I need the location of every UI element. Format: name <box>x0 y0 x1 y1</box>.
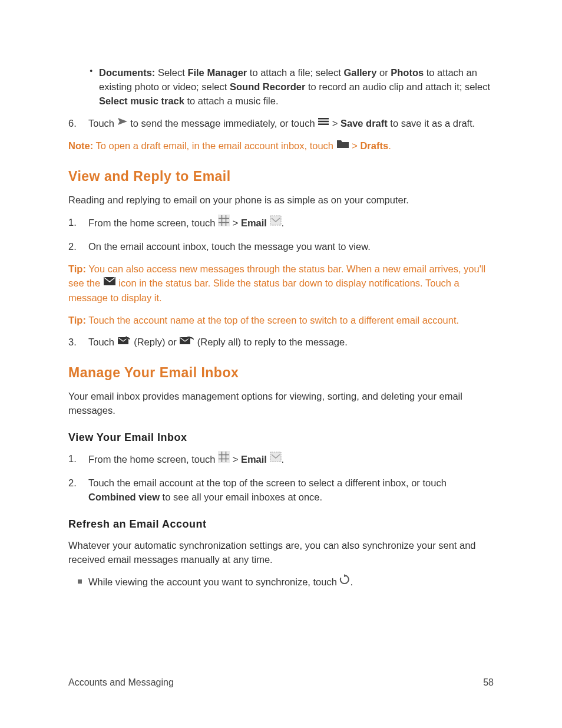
page-footer: Accounts and Messaging 58 <box>68 676 494 689</box>
vi-step-2: 2. Touch the email account at the top of… <box>88 476 494 505</box>
tip-status-bar: Tip: You can also access new messages th… <box>68 262 494 305</box>
para-refresh-account: Whatever your automatic synchronization … <box>68 539 494 567</box>
envelope-icon <box>103 276 116 290</box>
svg-rect-17 <box>270 452 281 462</box>
apps-grid-icon <box>218 451 230 467</box>
svg-rect-1 <box>318 121 329 123</box>
vr-step-2: 2. On the email account inbox, touch the… <box>88 240 494 254</box>
reply-all-icon <box>179 335 194 349</box>
folder-icon <box>336 139 349 153</box>
svg-rect-0 <box>318 118 329 120</box>
tip-account-switch: Tip: Touch the account name at the top o… <box>68 314 494 328</box>
note-draft: Note: To open a draft email, in the emai… <box>68 139 494 154</box>
email-app-icon <box>270 215 282 230</box>
footer-section: Accounts and Messaging <box>68 676 174 689</box>
heading-refresh-account: Refresh an Email Account <box>68 516 494 532</box>
svg-rect-3 <box>218 215 230 226</box>
refresh-icon <box>339 574 350 589</box>
svg-rect-8 <box>270 216 281 225</box>
heading-manage-inbox: Manage Your Email Inbox <box>68 363 494 383</box>
vi-step-1: 1. From the home screen, touch > Email . <box>88 452 494 468</box>
para-view-reply: Reading and replying to email on your ph… <box>68 193 494 207</box>
menu-icon <box>318 116 329 130</box>
heading-view-inbox: View Your Email Inbox <box>68 430 494 445</box>
bullet-documents: Documents: Select File Manager to attach… <box>99 66 494 108</box>
refresh-bullet: While viewing the account you want to sy… <box>88 575 494 590</box>
reply-icon <box>117 335 131 349</box>
svg-rect-12 <box>218 451 230 463</box>
vr-step-1: 1. From the home screen, touch > Email . <box>88 216 494 232</box>
send-icon <box>117 116 128 130</box>
step-6: 6. Touch to send the message immediately… <box>88 117 494 131</box>
vr-step-3: 3. Touch (Reply) or (Reply all) to reply… <box>88 335 494 350</box>
label: Documents: <box>99 67 155 78</box>
email-app-icon <box>270 452 282 466</box>
para-manage-inbox: Your email inbox provides management opt… <box>68 390 494 418</box>
apps-grid-icon <box>218 215 230 230</box>
heading-view-reply: View and Reply to Email <box>68 167 494 186</box>
svg-rect-2 <box>318 124 329 126</box>
page-content: Documents: Select File Manager to attach… <box>68 66 494 590</box>
footer-page-number: 58 <box>483 676 494 689</box>
